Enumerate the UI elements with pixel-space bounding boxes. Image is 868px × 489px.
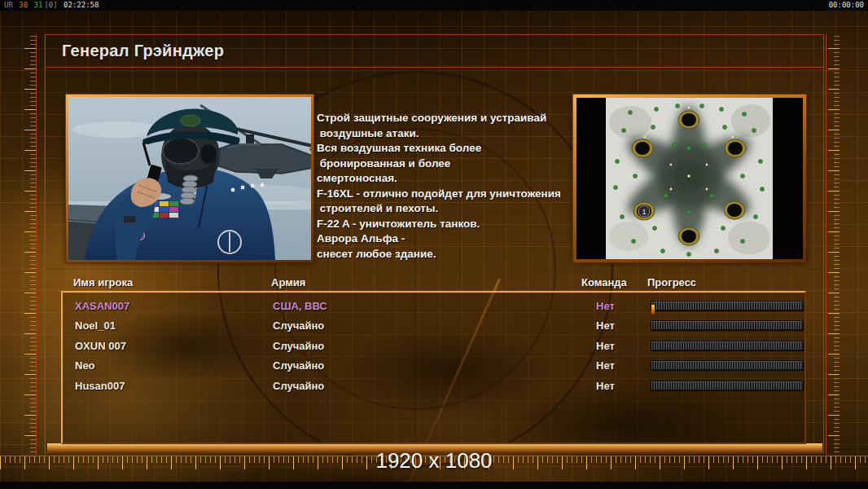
player-name: Husan007: [75, 380, 125, 392]
frame-line: [826, 34, 826, 455]
player-row: OXUN 007 Случайно Нет: [63, 337, 804, 356]
briefing-line: F-22 A - уничтожитель танков.: [317, 217, 573, 232]
player-team: Нет: [596, 380, 615, 392]
status-bar: UR 30 31[0] 02:22:58 00:00:00: [0, 0, 868, 11]
briefing-line: F-16XL - отлично подойдет для уничтожени…: [317, 187, 573, 202]
player-army: Случайно: [273, 340, 324, 352]
progress-fill: [651, 305, 655, 314]
briefing-line: смертоносная.: [317, 171, 573, 187]
player-progress-bar: [651, 301, 804, 311]
player-team: Нет: [596, 300, 615, 312]
column-header-army: Армия: [271, 276, 305, 289]
loading-screen: UR 30 31[0] 02:22:58 00:00:00 Генерал Гр…: [0, 0, 868, 489]
player-name: Neo: [75, 359, 95, 372]
player-army: Случайно: [273, 359, 324, 372]
general-title: Генерал Грэйнджер: [62, 42, 224, 60]
player-row: Neo Случайно Нет: [63, 356, 804, 376]
player-progress-bar: [651, 320, 804, 331]
map-start-marker: 1: [642, 208, 646, 216]
debug-status: UR 30 31[0] 02:22:58: [4, 0, 100, 11]
player-army: США, ВВС: [273, 300, 327, 312]
general-portrait-art: [68, 97, 311, 260]
status-segment: 31: [34, 1, 43, 9]
player-progress-bar: [651, 381, 804, 391]
frame-line: [36, 34, 37, 455]
briefing-line: строителей и пехоты.: [317, 201, 573, 217]
player-team: Нет: [596, 340, 615, 352]
player-army: Случайно: [273, 319, 324, 332]
player-row: Husan007 Случайно Нет: [63, 377, 804, 396]
briefing-line: снесет любое здание.: [317, 247, 573, 262]
player-team: Нет: [596, 319, 615, 332]
player-row: Noel_01 Случайно Нет: [63, 316, 804, 336]
status-segment: UR: [4, 1, 17, 9]
status-segment: 30: [19, 1, 32, 9]
bottom-black-bar: [0, 482, 868, 489]
status-segment: 02:22:58: [64, 1, 99, 9]
resolution-label: 1920 x 1080: [0, 448, 868, 474]
player-table-header: Имя игрока Армия Команда Прогресс: [0, 276, 868, 291]
player-name: OXUN 007: [75, 340, 126, 352]
column-header-progress: Прогресс: [647, 276, 696, 289]
player-row: XASAN007 США, ВВС Нет: [63, 297, 804, 316]
briefing-line: Аврора Альфа -: [317, 231, 573, 247]
map-letterbox: 1: [576, 98, 803, 259]
map-art: 1: [606, 98, 773, 259]
player-name: XASAN007: [75, 300, 129, 312]
map-preview: 1: [572, 94, 807, 263]
player-team: Нет: [596, 359, 615, 372]
right-ruler-decoration: [827, 33, 840, 456]
player-progress-bar: [651, 341, 804, 351]
status-segment: [0]: [44, 1, 62, 9]
player-army: Случайно: [273, 380, 324, 392]
player-name: Noel_01: [75, 319, 116, 332]
title-divider: [46, 67, 823, 68]
general-portrait: [65, 94, 314, 263]
briefing-line: Вся воздушная техника более: [317, 141, 573, 156]
briefing-line: Строй защитные сооружения и устраивай: [317, 111, 573, 126]
player-progress-bar: [651, 360, 804, 371]
column-header-team: Команда: [581, 276, 627, 289]
briefing-line: бронированная и более: [317, 156, 573, 172]
player-list: XASAN007 США, ВВС Нет Noel_01 Случайно Н…: [61, 291, 806, 444]
game-timer: 00:00:00: [829, 0, 864, 11]
briefing-line: воздушные атаки.: [317, 126, 573, 142]
left-ruler-decoration: [24, 33, 36, 456]
column-header-name: Имя игрока: [73, 276, 133, 289]
briefing-text: Строй защитные сооружения и устраивай во…: [317, 111, 573, 262]
